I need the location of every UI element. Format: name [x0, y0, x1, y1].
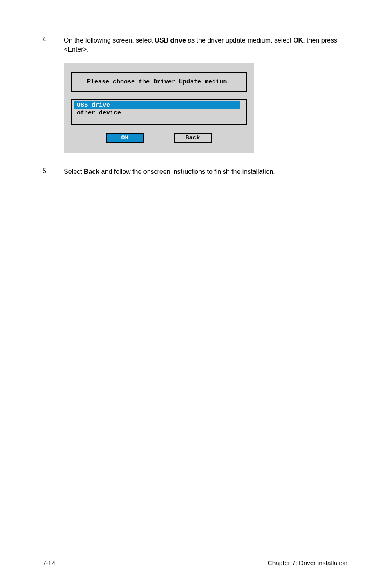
dialog-screenshot: Please choose the Driver Update medium. …	[64, 63, 347, 153]
back-button[interactable]: Back	[174, 133, 212, 143]
footer-row: 7-14 Chapter 7: Driver installation	[43, 559, 347, 567]
bold-text: USB drive	[155, 37, 186, 44]
dialog-buttons: OK Back	[71, 133, 247, 143]
list-item-usb-drive[interactable]: USB drive	[74, 101, 244, 109]
footer-divider	[43, 556, 347, 556]
text-fragment: Select	[64, 168, 84, 175]
chapter-title: Chapter 7: Driver installation	[267, 559, 347, 567]
text-fragment: On the following screen, select	[64, 37, 155, 44]
text-fragment: and follow the onscreen instructions to …	[99, 168, 275, 175]
dialog-outer: Please choose the Driver Update medium. …	[64, 63, 254, 153]
list-item-other-device[interactable]: other device	[74, 109, 244, 117]
step-text: Select Back and follow the onscreen inst…	[64, 167, 275, 176]
ok-button[interactable]: OK	[106, 133, 144, 143]
bold-text: OK	[293, 37, 303, 44]
step-number: 4.	[43, 36, 64, 54]
dialog-list: USB drive other device	[71, 99, 247, 125]
text-fragment: as the driver update medium, select	[186, 37, 293, 44]
step-4: 4. On the following screen, select USB d…	[43, 36, 347, 54]
dialog-inner: Please choose the Driver Update medium. …	[65, 64, 252, 151]
page-number: 7-14	[43, 559, 55, 567]
step-number: 5.	[43, 167, 64, 176]
step-5: 5. Select Back and follow the onscreen i…	[43, 167, 347, 176]
dialog-title: Please choose the Driver Update medium.	[71, 72, 247, 92]
page-footer: 7-14 Chapter 7: Driver installation	[43, 556, 347, 567]
step-text: On the following screen, select USB driv…	[64, 36, 347, 54]
bold-text: Back	[84, 168, 99, 175]
